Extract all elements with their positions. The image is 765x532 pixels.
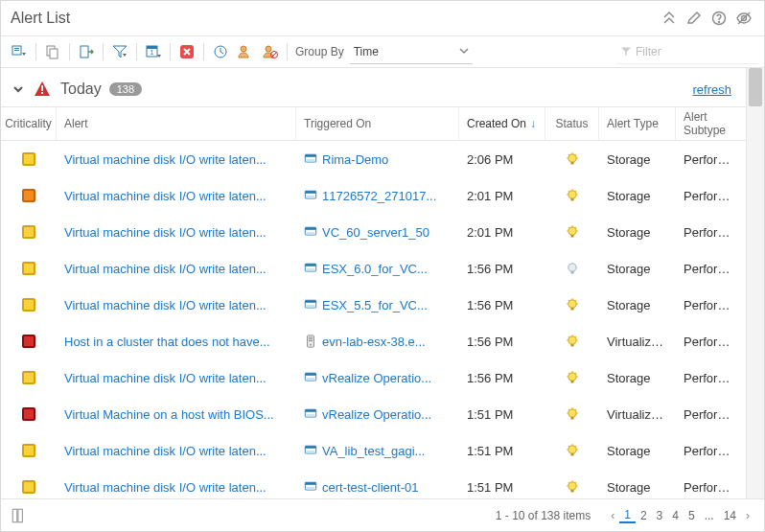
object-link[interactable]: VC_60_server1_50 <box>304 225 452 240</box>
status-cell <box>545 297 599 312</box>
alert-link[interactable]: Virtual machine disk I/O write laten... <box>64 444 267 458</box>
alert-link[interactable]: Virtual machine disk I/O write laten... <box>64 152 267 167</box>
type-cell: Storage <box>599 189 676 203</box>
pager-page[interactable]: 1 <box>619 508 636 523</box>
pager-prev[interactable]: ‹ <box>606 509 619 522</box>
object-link[interactable]: 11726572_271017... <box>304 189 452 203</box>
table-row[interactable]: Virtual machine disk I/O write laten...V… <box>1 214 764 250</box>
object-link[interactable]: ESX_6.0_for_VC... <box>304 262 452 276</box>
unassign-user-button[interactable] <box>259 40 282 63</box>
criticality-red-icon <box>22 335 35 348</box>
status-cell <box>545 188 599 203</box>
created-cell: 1:51 PM <box>459 444 545 458</box>
cancel-button[interactable] <box>175 40 198 63</box>
svg-rect-6 <box>14 50 19 51</box>
table-row[interactable]: Virtual machine disk I/O write laten...E… <box>1 287 764 323</box>
lightbulb-on-icon <box>565 370 580 385</box>
table-row[interactable]: Virtual machine disk I/O write laten...V… <box>1 432 764 469</box>
copy-button[interactable] <box>41 40 64 63</box>
object-link[interactable]: Rima-Demo <box>304 152 452 167</box>
pager-page[interactable]: 5 <box>684 509 700 522</box>
alert-link[interactable]: Virtual machine disk I/O write laten... <box>64 225 267 240</box>
pager-page[interactable]: 3 <box>652 509 668 522</box>
table-header: Criticality Alert Triggered On Created O… <box>1 106 764 141</box>
criticality-red-icon <box>22 407 35 421</box>
help-icon[interactable] <box>708 8 730 29</box>
alert-link[interactable]: Virtual machine disk I/O write laten... <box>64 189 267 203</box>
criticality-cell <box>1 444 57 457</box>
scrollbar-thumb[interactable] <box>749 68 762 106</box>
criticality-cell <box>1 262 57 275</box>
group-caret[interactable] <box>11 81 26 97</box>
actions-menu-button[interactable] <box>8 40 31 63</box>
object-link[interactable]: vRealize Operatio... <box>304 407 452 422</box>
col-type[interactable]: Alert Type <box>599 107 676 140</box>
table-row[interactable]: Virtual Machine on a host with BIOS...vR… <box>1 396 764 432</box>
alert-link[interactable]: Virtual machine disk I/O write laten... <box>64 371 267 385</box>
table-row[interactable]: Virtual machine disk I/O write laten...v… <box>1 359 764 396</box>
alert-cell: Virtual machine disk I/O write laten... <box>57 262 296 276</box>
col-criticality[interactable]: Criticality <box>1 107 57 140</box>
table-body: Virtual machine disk I/O write laten...R… <box>1 141 764 505</box>
criticality-yellow-icon <box>22 480 35 494</box>
export-button[interactable] <box>75 40 98 63</box>
assign-user-button[interactable] <box>234 40 257 63</box>
vertical-scrollbar[interactable] <box>746 68 764 498</box>
alert-link[interactable]: Host in a cluster that does not have... <box>64 335 270 349</box>
suspend-button[interactable] <box>209 40 232 63</box>
triggered-cell: vRealize Operatio... <box>296 371 459 385</box>
created-cell: 2:01 PM <box>459 225 545 240</box>
groupby-value: Time <box>354 45 379 58</box>
edit-icon[interactable] <box>684 8 705 29</box>
collapse-icon[interactable] <box>659 8 680 29</box>
lightbulb-on-icon <box>565 406 580 422</box>
object-name: ESX_6.0_for_VC... <box>322 262 428 276</box>
table-row[interactable]: Virtual machine disk I/O write laten...R… <box>1 141 764 177</box>
object-name: VA_lib_test_gagi... <box>322 444 425 458</box>
subtype-cell: Performa... <box>676 480 745 495</box>
alert-cell: Virtual machine disk I/O write laten... <box>57 371 296 385</box>
object-name: VC_60_server1_50 <box>322 225 429 240</box>
status-cell <box>545 406 599 422</box>
col-status[interactable]: Status <box>545 107 599 140</box>
filter-input[interactable]: Filter <box>616 40 758 64</box>
created-cell: 1:51 PM <box>459 480 545 495</box>
vm-icon <box>304 262 317 275</box>
criticality-cell <box>1 225 57 239</box>
groupby-select[interactable]: Time <box>350 40 473 64</box>
table-row[interactable]: Host in a cluster that does not have...e… <box>1 323 764 359</box>
column-toggle-button[interactable] <box>11 507 28 524</box>
lightbulb-off-icon <box>565 261 580 276</box>
table-row[interactable]: Virtual machine disk I/O write laten...1… <box>1 177 764 214</box>
object-link[interactable]: cert-test-client-01 <box>304 480 452 495</box>
subtype-cell: Performa... <box>676 225 745 240</box>
pager-next[interactable]: › <box>741 509 754 522</box>
date-button[interactable]: 1 <box>142 40 165 63</box>
col-subtype[interactable]: Alert Subtype <box>676 107 745 140</box>
vm-icon <box>304 371 317 384</box>
col-alert[interactable]: Alert <box>57 107 296 140</box>
pager-page[interactable]: 4 <box>667 509 684 522</box>
filter-placeholder: Filter <box>636 45 661 58</box>
filter-button[interactable] <box>108 40 131 63</box>
col-created[interactable]: Created On↓ <box>459 107 545 140</box>
alert-table: Criticality Alert Triggered On Created O… <box>1 106 764 505</box>
alert-link[interactable]: Virtual machine disk I/O write laten... <box>64 480 267 495</box>
svg-marker-16 <box>157 55 161 58</box>
alert-link[interactable]: Virtual machine disk I/O write laten... <box>64 298 267 312</box>
alert-link[interactable]: Virtual Machine on a host with BIOS... <box>64 407 274 422</box>
col-triggered[interactable]: Triggered On <box>296 107 459 140</box>
criticality-yellow-icon <box>22 152 35 166</box>
lightbulb-on-icon <box>565 188 580 203</box>
object-link[interactable]: vRealize Operatio... <box>304 371 452 385</box>
table-row[interactable]: Virtual machine disk I/O write laten...E… <box>1 250 764 287</box>
object-link[interactable]: evn-lab-esx-38.e... <box>304 335 452 349</box>
pager-page[interactable]: 14 <box>719 509 741 522</box>
object-link[interactable]: VA_lib_test_gagi... <box>304 444 452 458</box>
lightbulb-on-icon <box>565 224 580 240</box>
object-name: ESX_5.5_for_VC... <box>322 298 428 312</box>
hide-icon[interactable] <box>733 8 754 29</box>
pager-page[interactable]: 2 <box>636 509 652 522</box>
object-link[interactable]: ESX_5.5_for_VC... <box>304 298 452 312</box>
alert-link[interactable]: Virtual machine disk I/O write laten... <box>64 262 267 276</box>
